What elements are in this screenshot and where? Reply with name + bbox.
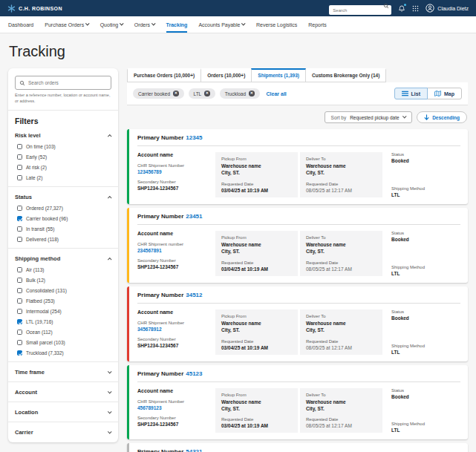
nav-item[interactable]: Reports [308, 16, 327, 33]
filter-group-header[interactable]: Carrier [15, 429, 111, 436]
filter-option[interactable]: Ordered (27,327) [17, 206, 111, 211]
filter-chip[interactable]: Truckload ✕ [220, 88, 260, 99]
sort-direction-button[interactable]: Descending [417, 111, 467, 123]
checkbox[interactable] [17, 278, 22, 283]
checkbox[interactable] [17, 237, 22, 242]
chr-shipment-number-link[interactable]: 345678912 [137, 327, 213, 332]
checkbox[interactable] [17, 226, 22, 232]
filter-group-header[interactable]: Risk level [15, 132, 111, 139]
map-view-button[interactable]: Map [427, 88, 462, 99]
filter-option[interactable]: At risk (2) [17, 165, 111, 170]
checkbox[interactable] [17, 216, 22, 221]
checkbox[interactable] [17, 154, 22, 160]
nav-item[interactable]: Purchase Orders [45, 16, 88, 33]
search-icon[interactable] [383, 3, 389, 9]
checkbox[interactable] [17, 175, 22, 180]
checkbox[interactable] [17, 144, 22, 149]
nav-item[interactable]: Reverse Logistics [256, 16, 297, 33]
filter-option[interactable]: Ocean (112) [17, 330, 111, 335]
chr-shipment-number-link[interactable]: 234567891 [137, 248, 213, 253]
filter-option[interactable]: Small parcel (103) [17, 340, 111, 345]
nav-item[interactable]: Dashboard [8, 16, 33, 33]
filter-option[interactable]: Flatbed (253) [17, 298, 111, 304]
chr-shipment-number-label: CHR Shipment Number [137, 321, 213, 325]
filter-option[interactable]: Delivered (118) [17, 237, 111, 242]
filter-chip[interactable]: LTL ✕ [189, 88, 215, 99]
secondary-number: SHP1234-1234567 [137, 422, 213, 427]
chr-shipment-number-label: CHR Shipment Number [137, 163, 213, 168]
filter-group-header[interactable]: Account [15, 389, 111, 396]
chr-shipment-number-link[interactable]: 456789123 [137, 405, 213, 410]
filter-option[interactable]: Air (113) [17, 267, 111, 272]
filter-chip[interactable]: Carrier booked ✕ [133, 88, 184, 99]
sort-by-dropdown[interactable]: Sort by Requested pickup date [325, 111, 413, 123]
filter-option[interactable]: Carrier booked (96) [17, 216, 111, 221]
chr-shipment-number-link[interactable]: 123456789 [137, 169, 213, 174]
remove-chip-icon[interactable]: ✕ [249, 91, 255, 96]
tab[interactable]: Orders (10,000+) [200, 68, 252, 82]
shipment-card[interactable]: Primary Number45123 Account name CHR Shi… [127, 365, 468, 440]
filter-option-label: At risk (2) [26, 165, 47, 170]
nav-item[interactable]: Tracking [166, 16, 188, 33]
shipment-card[interactable]: Primary Number34512 Account name CHR Shi… [127, 286, 468, 361]
status-column: Status Booked Shipping Method LTL [385, 152, 460, 197]
remove-chip-icon[interactable]: ✕ [204, 91, 210, 96]
apps-grid-icon[interactable] [412, 5, 419, 12]
filter-option-label: Ocean (112) [26, 330, 53, 335]
pickup-warehouse: Warehouse name [221, 163, 261, 168]
account-name: Account name [137, 388, 213, 393]
checkbox[interactable] [17, 340, 22, 345]
filter-group-header[interactable]: Status [15, 194, 111, 200]
primary-number-link[interactable]: 34512 [186, 292, 202, 298]
primary-number-link[interactable]: 54321 [186, 448, 202, 452]
filter-option[interactable]: LTL (19,716) [17, 319, 111, 324]
nav-item[interactable]: Quoting [100, 16, 123, 33]
global-search-input[interactable] [329, 5, 391, 15]
nav-item-label: Purchase Orders [45, 22, 84, 27]
brand-logo[interactable]: C.H. ROBINSON [7, 4, 62, 13]
filter-group-header[interactable]: Time frame [15, 369, 111, 376]
filter-option[interactable]: Consolidated (131) [17, 288, 111, 293]
checkbox[interactable] [17, 298, 22, 304]
tab[interactable]: Shipments (1,393) [251, 68, 306, 82]
list-view-button[interactable]: List [394, 88, 428, 99]
shipment-card[interactable]: Primary Number23451 Account name CHR Shi… [127, 208, 468, 283]
checkbox[interactable] [17, 267, 22, 272]
tab[interactable]: Purchase Orders (10,000+) [127, 68, 201, 82]
chevron-icon [108, 430, 111, 433]
checkbox[interactable] [17, 206, 22, 211]
checkbox[interactable] [17, 350, 22, 356]
nav-item-label: Accounts Payable [198, 22, 240, 27]
account-column: Account name CHR Shipment number 2345678… [137, 231, 213, 276]
filter-option[interactable]: In transit (55) [17, 226, 111, 232]
filter-option[interactable]: On time (103) [17, 144, 111, 149]
remove-chip-icon[interactable]: ✕ [173, 91, 179, 96]
shipment-card[interactable]: Primary Number54321 Account name CHR Shi… [127, 443, 468, 452]
orders-search-input[interactable] [28, 80, 107, 85]
filter-option[interactable]: Bulk (12) [17, 278, 111, 283]
primary-number-link[interactable]: 45123 [186, 370, 202, 377]
filter-group-header[interactable]: Location [15, 409, 111, 416]
shipping-method-value: LTL [391, 350, 460, 355]
tab[interactable]: Customs Brokerage Only (14) [305, 68, 386, 82]
filter-group-header[interactable]: Shipping method [15, 255, 111, 262]
filter-option[interactable]: Early (52) [17, 154, 111, 160]
primary-number-link[interactable]: 23451 [186, 213, 202, 220]
filter-option[interactable]: Late (2) [17, 175, 111, 180]
checkbox[interactable] [17, 309, 22, 314]
clear-all-link[interactable]: Clear all [267, 91, 287, 96]
shipment-card[interactable]: Primary Number12345 Account name CHR Shi… [127, 129, 468, 204]
filter-group-label: Status [15, 194, 32, 200]
checkbox[interactable] [17, 319, 22, 324]
nav-item[interactable]: Accounts Payable [198, 16, 245, 33]
user-menu[interactable]: Claudia Dietz [426, 4, 469, 13]
deliver-requested-date: 08/05/25 at 12:17 AM [306, 266, 376, 272]
nav-item[interactable]: Orders [134, 16, 155, 33]
checkbox[interactable] [17, 330, 22, 335]
filter-option[interactable]: Intermodal (254) [17, 309, 111, 314]
notifications-button[interactable] [398, 4, 405, 13]
checkbox[interactable] [17, 165, 22, 170]
checkbox[interactable] [17, 288, 22, 293]
primary-number-link[interactable]: 12345 [186, 134, 202, 141]
filter-option[interactable]: Truckload (7,332) [17, 350, 111, 356]
